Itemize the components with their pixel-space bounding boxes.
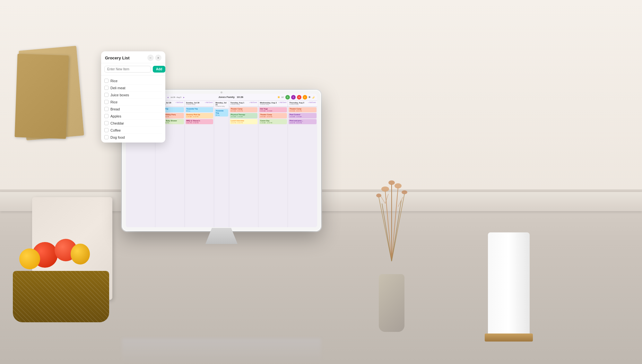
event-career-day[interactable]: Career Day 11:30 AM - 12:00 PM [259,119,287,124]
wood-base [485,334,533,342]
event-lunch-interview[interactable]: Lunch Interview 12:00 PM - 02:00 PM [230,119,258,124]
grocery-checkbox-8[interactable] [104,135,108,139]
device-time: 10:26 [237,96,243,99]
event-grocery-title: Grocery Pick Up [187,114,213,116]
add-event-wed[interactable]: + Add Event [279,102,286,103]
event-pest-control-title: Pest Control [290,114,316,116]
grocery-checkbox-0[interactable] [104,79,108,83]
add-event-tue[interactable]: + Add Event [249,102,257,103]
event-lunch-interview-title: Lunch Interview [231,120,257,122]
fruit-yellow-2 [71,244,90,264]
nav-next[interactable]: ▶ [183,96,185,98]
event-theater-camp-tue-title: Theater Camp [231,108,257,110]
svg-line-5 [382,204,392,261]
day-header-thu: + Add Event Thursday, Aug 3 4 events tod… [288,101,317,107]
grocery-checkbox-3[interactable] [104,100,108,104]
grocery-close-button[interactable]: × [155,55,161,61]
event-mon-1-title: Yosemite Trip [216,110,227,114]
event-yosemite-sun-time: All day [187,110,213,112]
grocery-item-6: Cheddar [104,120,162,127]
moon-icon[interactable]: 🌙 [312,96,315,99]
svg-line-12 [380,195,385,204]
device-stand [205,228,238,244]
day-header-sun: + Add Event Sunday, Jul 30 3 events toda… [185,101,214,107]
event-career-day-time: 11:30 AM - 12:00 PM [260,122,286,124]
svg-line-4 [392,194,404,261]
grocery-item-label-8: Dog food [110,135,125,139]
grocery-checkbox-1[interactable] [104,86,108,90]
event-print-proc-thu[interactable]: Print and proc... 02:00 PM - 04:00 PM [289,119,317,124]
event-bbq[interactable]: BBQ @ Stacey's 03:00 PM - 07:00 PM [186,119,213,124]
avatar-c2[interactable]: C [291,95,296,100]
grocery-list-title: Grocery List [105,56,146,60]
day-events-count-sun: 3 events today [186,104,213,105]
avatar-c1[interactable]: C [285,95,290,100]
grocery-item-0: Rice [104,77,162,84]
calendar-title: Jones Family 10:26 [186,96,276,99]
grocery-checkbox-2[interactable] [104,93,108,97]
event-yosemite-sun[interactable]: Yosemite Trip All day [186,107,213,112]
event-mon-1[interactable]: Yosemite Trip All day [215,109,228,117]
event-grocery-time: 11:00 AM - 01:00 PM [187,116,213,117]
grocery-item-label-3: Rice [110,100,117,104]
grocery-minimize-button[interactable]: − [147,55,154,61]
event-grocery[interactable]: Grocery Pick Up 11:00 AM - 01:00 PM [186,113,213,118]
vase [379,274,404,332]
svg-point-7 [381,186,389,192]
grocery-item-label-6: Cheddar [110,121,124,125]
grocery-checkbox-5[interactable] [104,114,108,118]
grocery-item-5: Apples [104,113,162,120]
fruit-yellow-1 [19,248,40,269]
grocery-item-label-0: Rice [110,79,117,83]
day-body-mon: Yosemite Trip All day [214,108,229,227]
background [0,0,642,364]
avatar-l[interactable]: L [303,95,307,100]
day-header-tue: + Add Event Tuesday, Aug 1 4 events toda… [229,101,258,107]
event-hot-yoga[interactable]: Hot Yoga 09:00 AM - 10:00 AM [259,107,287,112]
grocery-item-2: Juice boxes [104,91,162,99]
event-physical-therapy-time: 10:00 AM - 11:00 AM [231,116,257,117]
event-physical-therapy[interactable]: Physical Therapy 10:00 AM - 11:00 AM [230,113,258,118]
grocery-new-item-input[interactable] [104,66,151,73]
event-theater-camp-tue[interactable]: Theater Camp 09:00 AM - 03:00 PM [230,107,258,112]
nav-prev[interactable]: ◀ [167,96,169,98]
event-theater-camp-wed[interactable]: Theater Camp 09:00 AM - 03:00 PM [259,113,287,118]
grocery-checkbox-6[interactable] [104,121,108,125]
day-col-tue: + Add Event Tuesday, Aug 1 4 events toda… [229,101,259,227]
grocery-checkbox-4[interactable] [104,107,108,111]
day-events-count-thu: 4 events today [289,104,316,105]
grocery-checkbox-7[interactable] [104,128,108,132]
event-lunch-interview-time: 12:00 PM - 02:00 PM [231,122,257,124]
event-pest-control[interactable]: Pest Control 10:00 AM - 11:00 AM [289,113,317,118]
cal-date-range: Jul 28 - Aug 3 [170,96,181,98]
family-name: Jones Family [218,96,235,99]
grocery-item-label-2: Juice boxes [110,93,129,97]
grocery-list-popup: Grocery List − × Add RiceDeli meatJuice … [101,51,165,143]
svg-line-0 [385,191,392,261]
settings-icon[interactable]: ⚙ [308,96,310,99]
basket-body [13,271,109,322]
camera-dot [221,91,222,93]
day-col-wed: + Add Event Wednesday, Aug 2 4 events to… [258,101,288,227]
grocery-input-row: Add [101,63,165,75]
event-hot-yoga-time: 09:00 AM - 10:00 AM [260,110,286,112]
avatar-d[interactable]: D [297,95,301,100]
event-theater-camp-thu[interactable]: Theater Camp 09:00 AM - 03:00 PM [289,107,317,112]
day-body-thu: Theater Camp 09:00 AM - 03:00 PM Pest Co… [288,107,317,227]
grocery-item-label-7: Coffee [110,128,121,132]
grocery-add-button[interactable]: Add [153,66,165,73]
add-event-thu[interactable]: + Add Event [308,102,316,103]
grocery-item-label-4: Bread [110,107,120,111]
day-col-thu: + Add Event Thursday, Aug 3 4 events tod… [288,101,317,227]
grocery-list-header: Grocery List − × [101,51,165,63]
event-physical-therapy-title: Physical Therapy [231,114,257,116]
add-event-sat[interactable]: + Add Event [175,102,183,103]
grocery-item-1: Deli meat [104,84,162,91]
event-print-proc-thu-title: Print and proc... [290,120,316,122]
wall [0,0,642,211]
add-event-sun[interactable]: + Add Event [205,102,213,103]
grocery-items-list: RiceDeli meatJuice boxesRiceBreadApplesC… [101,75,165,143]
weather-temp: 63° [282,96,284,98]
grocery-item-label-1: Deli meat [110,86,125,90]
svg-point-11 [402,190,407,194]
